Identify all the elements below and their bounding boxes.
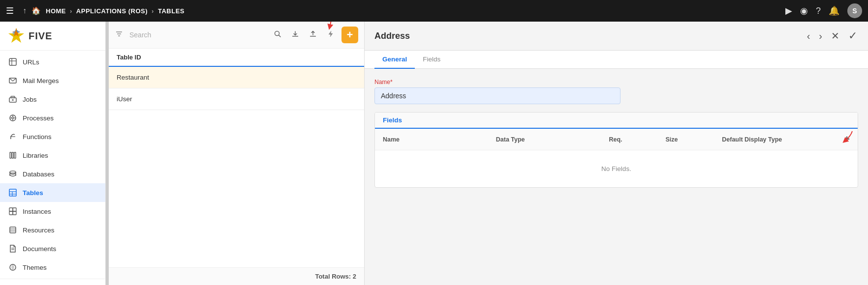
sidebar-item-instances[interactable]: Instances	[0, 202, 105, 221]
table-row[interactable]: Restaurant	[109, 67, 364, 88]
functions-icon	[8, 132, 18, 142]
detail-panel: Address ‹ › ✕ ✓ General	[365, 22, 868, 285]
table-row-label: Restaurant	[117, 74, 149, 81]
sidebar-item-functions[interactable]: Functions	[0, 127, 105, 146]
databases-icon	[8, 169, 18, 179]
sidebar-item-mail-merges[interactable]: Mail Merges	[0, 71, 105, 90]
sidebar-item-tables[interactable]: Tables	[0, 183, 105, 202]
sidebar-item-functions-label: Functions	[23, 133, 52, 141]
help-icon[interactable]: ?	[816, 6, 821, 16]
tab-general[interactable]: General	[374, 51, 415, 69]
sidebar-logo-text: FIVE	[29, 30, 52, 42]
sidebar: FIVE URLs	[0, 22, 106, 285]
play-icon[interactable]: ▶	[785, 5, 792, 16]
tables-icon	[8, 188, 18, 198]
back-button[interactable]: ↑	[23, 6, 27, 15]
detail-title: Address	[374, 31, 806, 41]
sidebar-item-instances-label: Instances	[23, 208, 51, 215]
add-field-button[interactable]: +	[844, 134, 850, 145]
table-header: Table ID	[109, 49, 364, 67]
instances-icon	[8, 206, 18, 216]
sidebar-item-documents[interactable]: Documents	[0, 239, 105, 258]
toolbar: +	[109, 22, 364, 49]
svg-line-45	[279, 35, 281, 37]
processes-icon	[8, 113, 18, 123]
svg-point-22	[10, 171, 16, 173]
name-field-group: Name*	[374, 79, 858, 104]
sidebar-item-themes-label: Themes	[23, 264, 47, 271]
sidebar-item-processes[interactable]: Processes	[0, 109, 105, 127]
breadcrumb-tables[interactable]: TABLES	[158, 7, 185, 15]
themes-icon	[8, 262, 18, 272]
sidebar-item-documents-label: Documents	[23, 245, 56, 253]
table-footer: Total Rows: 2	[109, 267, 364, 285]
sidebar-nav: URLs Mail Merges	[0, 51, 105, 279]
close-button[interactable]: ✕	[830, 29, 840, 43]
search-button[interactable]	[271, 28, 284, 42]
filter-icon[interactable]	[115, 29, 124, 41]
search-input[interactable]	[127, 30, 267, 40]
detail-body: Name* Fields Name Data Type Req. Size De…	[365, 69, 868, 198]
table-panel: + Table ID Restaurant iUser Total Rows: …	[109, 22, 365, 285]
sidebar-item-urls-label: URLs	[23, 58, 39, 66]
sidebar-item-libraries[interactable]: Libraries	[0, 146, 105, 165]
total-rows-label: Total Rows: 2	[315, 273, 356, 280]
svg-rect-25	[9, 189, 16, 196]
field-add-col: +	[835, 134, 850, 145]
libraries-icon	[8, 150, 18, 160]
fields-section-title: Fields	[383, 116, 402, 124]
svg-rect-21	[14, 152, 16, 158]
breadcrumb: HOME › APPLICATIONS (ROS) › TABLES	[46, 7, 185, 15]
documents-icon	[8, 244, 18, 254]
sidebar-item-tables-label: Tables	[23, 189, 43, 197]
table-id-column-header: Table ID	[117, 54, 141, 61]
fields-section: Fields Name Data Type Req. Size Default …	[374, 112, 858, 188]
close-icon: ✕	[831, 30, 839, 42]
sidebar-logo: FIVE	[0, 22, 105, 51]
sidebar-item-themes[interactable]: Themes	[0, 258, 105, 277]
svg-rect-19	[10, 152, 11, 158]
field-name-col-header: Name	[383, 136, 496, 143]
prev-record-button[interactable]: ‹	[806, 29, 811, 43]
sidebar-item-databases[interactable]: Databases	[0, 165, 105, 183]
topbar-actions: ▶ ◉ ? 🔔 S	[785, 3, 862, 18]
tab-fields[interactable]: Fields	[415, 51, 448, 69]
add-table-button[interactable]: +	[341, 27, 358, 43]
sidebar-item-libraries-label: Libraries	[23, 152, 48, 159]
sidebar-item-urls[interactable]: URLs	[0, 53, 105, 71]
name-field-input[interactable]	[374, 87, 620, 104]
next-icon: ›	[819, 30, 822, 42]
fields-section-header: Fields	[375, 113, 858, 129]
table-row[interactable]: iUser	[109, 88, 364, 110]
breadcrumb-home[interactable]: HOME	[46, 7, 66, 15]
topbar: ☰ ↑ 🏠 HOME › APPLICATIONS (ROS) › TABLES…	[0, 0, 868, 22]
no-fields-message: No Fields.	[375, 150, 858, 187]
home-icon[interactable]: 🏠	[31, 6, 41, 15]
tab-general-label: General	[382, 56, 407, 63]
main-layout: FIVE URLs	[0, 22, 868, 285]
svg-rect-47	[310, 36, 316, 37]
save-button[interactable]: ✓	[847, 28, 858, 43]
sidebar-item-resources[interactable]: Resources	[0, 221, 105, 239]
sidebar-item-jobs-label: Jobs	[23, 96, 37, 103]
avatar[interactable]: S	[847, 3, 862, 18]
lightning-button[interactable]	[324, 28, 338, 42]
jobs-icon	[8, 94, 18, 104]
next-record-button[interactable]: ›	[818, 29, 823, 43]
bell-icon[interactable]: 🔔	[829, 5, 839, 16]
svg-rect-29	[9, 208, 13, 211]
fields-table-header: Name Data Type Req. Size Default Display…	[375, 129, 858, 150]
svg-rect-20	[12, 152, 14, 158]
sidebar-item-jobs[interactable]: Jobs	[0, 90, 105, 109]
sidebar-bottom-logo: FIVE	[0, 279, 105, 285]
sidebar-item-databases-label: Databases	[23, 171, 55, 178]
upload-button[interactable]	[306, 28, 320, 42]
field-display-col-header: Default Display Type	[722, 136, 835, 143]
detail-header-actions: ‹ › ✕ ✓	[806, 28, 858, 43]
search-topbar-icon[interactable]: ◉	[800, 5, 808, 16]
add-icon: +	[347, 28, 353, 41]
breadcrumb-sep2: ›	[152, 7, 154, 15]
menu-icon[interactable]: ☰	[6, 5, 14, 16]
download-button[interactable]	[288, 28, 302, 42]
breadcrumb-applications[interactable]: APPLICATIONS (ROS)	[76, 7, 148, 15]
